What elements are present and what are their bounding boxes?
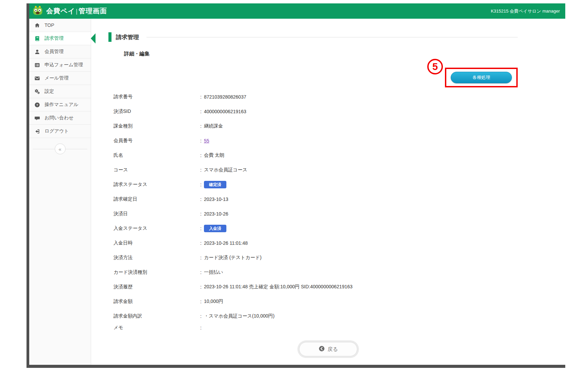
mail-icon <box>34 75 40 81</box>
detail-row-invoice-number: 請求番号 :8721039280826037 <box>114 89 565 104</box>
back-button[interactable]: 戻る <box>297 340 359 358</box>
sidebar: TOP 請求管理 会員管理 <box>29 19 91 365</box>
back-button-area: 戻る <box>91 340 565 358</box>
logout-icon <box>34 129 40 134</box>
sidebar-item-manual[interactable]: ? 操作マニュアル <box>29 98 91 112</box>
form-icon <box>34 62 40 68</box>
back-arrow-icon <box>318 345 325 353</box>
sidebar-item-label: 請求管理 <box>45 35 64 41</box>
sidebar-item-label: メール管理 <box>45 75 69 81</box>
contact-chat-icon <box>34 115 40 121</box>
account-info: K315215 会費ペイサロン manager <box>491 8 560 14</box>
sidebar-collapse-button[interactable]: « <box>55 143 66 154</box>
page-title: 請求管理 <box>116 33 139 41</box>
detail-row-memo: メモ : <box>114 323 565 332</box>
status-badge-confirmed: 確定済 <box>204 181 226 188</box>
process-button[interactable]: 各種処理 <box>451 72 512 83</box>
detail-row-billing-amount: 請求金額 :10,000円 <box>114 294 565 309</box>
brand: 会費ペイ|管理画面 <box>32 5 107 17</box>
brand-divider: | <box>75 7 79 15</box>
detail-row-payment-sid: 決済SID :4000000006219163 <box>114 104 565 119</box>
sidebar-item-label: 設定 <box>45 88 54 95</box>
sidebar-item-application-forms[interactable]: 申込フォーム管理 <box>29 58 91 72</box>
detail-row-billing-status: 請求ステータス :確定済 <box>114 177 565 192</box>
settings-gears-icon <box>34 89 40 95</box>
sidebar-item-logout[interactable]: ログアウト <box>29 125 91 138</box>
detail-row-deposit-status: 入金ステータス :入金済 <box>114 221 565 236</box>
sidebar-item-label: 申込フォーム管理 <box>45 62 83 68</box>
mascot-logo-icon <box>32 5 44 17</box>
annotation-step-5: 5 <box>427 59 443 74</box>
sidebar-item-label: ログアウト <box>45 128 69 134</box>
svg-text:?: ? <box>36 103 38 107</box>
sidebar-item-label: TOP <box>45 22 54 28</box>
sidebar-item-members[interactable]: 会員管理 <box>29 45 91 58</box>
detail-row-billing-confirm-date: 請求確定日 :2023-10-13 <box>114 192 565 206</box>
detail-row-course: コース :スマホ会員証コース <box>114 163 565 177</box>
app-header: 会費ペイ|管理画面 K315215 会費ペイサロン manager <box>29 3 565 19</box>
title-rule <box>146 37 518 37</box>
back-button-label: 戻る <box>328 346 338 353</box>
sidebar-item-top[interactable]: TOP <box>29 19 91 32</box>
detail-row-billing-breakdown: 請求金額内訳 :・スマホ会員証コース(10,000円) <box>114 309 565 323</box>
home-icon <box>34 22 40 28</box>
annotation-highlight-box: 各種処理 <box>445 68 518 87</box>
app-window: 会費ペイ|管理画面 K315215 会費ペイサロン manager TOP 請求… <box>27 3 565 368</box>
main-content: 請求管理 詳細・編集 5 各種処理 請求番号 :8721039280826037 <box>91 19 565 365</box>
brand-title: 会費ペイ|管理画面 <box>46 6 107 16</box>
sidebar-item-billing[interactable]: 請求管理 <box>29 32 91 45</box>
action-cluster: 5 各種処理 <box>91 59 518 87</box>
page: 会費ペイ|管理画面 K315215 会費ペイサロン manager TOP 請求… <box>0 0 569 392</box>
sidebar-item-mail[interactable]: メール管理 <box>29 72 91 85</box>
title-accent-bar <box>108 32 111 42</box>
sidebar-item-label: お問い合わせ <box>45 115 73 121</box>
detail-row-payment-history: 決済履歴 :2023-10-26 11:01:48 売上確定 金額:10,000… <box>114 279 565 294</box>
section-title: 詳細・編集 <box>124 51 565 57</box>
sidebar-item-contact[interactable]: お問い合わせ <box>29 112 91 125</box>
detail-row-payment-method: 決済方法 :カード決済 (テストカード) <box>114 250 565 265</box>
sidebar-collapse-zone: « <box>29 143 91 155</box>
help-icon: ? <box>34 102 40 108</box>
page-title-block: 請求管理 <box>108 32 518 42</box>
sidebar-item-label: 会員管理 <box>45 49 64 55</box>
sidebar-item-label: 操作マニュアル <box>45 102 79 108</box>
detail-row-payment-date: 決済日 :2023-10-26 <box>114 206 565 221</box>
sidebar-item-settings[interactable]: 設定 <box>29 85 91 98</box>
collapse-chevrons-icon: « <box>58 146 61 152</box>
status-badge-deposited: 入金済 <box>204 225 226 232</box>
detail-row-deposit-datetime: 入金日時 :2023-10-26 11:01:48 <box>114 236 565 250</box>
detail-row-billing-type: 課金種別 :継続課金 <box>114 119 565 133</box>
book-icon <box>34 36 40 41</box>
member-icon <box>34 49 40 55</box>
detail-row-member-number: 会員番号 :55 <box>114 133 565 148</box>
member-number-link[interactable]: 55 <box>204 138 209 143</box>
detail-row-name: 氏名 :会費 太朗 <box>114 148 565 163</box>
detail-row-card-payment-type: カード決済種別 :一括払い <box>114 265 565 279</box>
detail-rows: 請求番号 :8721039280826037 決済SID :4000000006… <box>114 89 565 332</box>
